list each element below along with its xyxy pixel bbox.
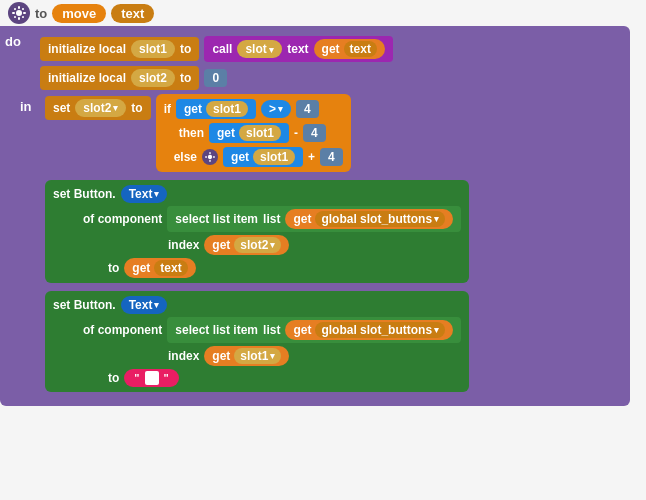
get-slot1-then[interactable]: get slot1 [209, 123, 289, 143]
select-list-2-block[interactable]: select list item list get global slot_bu… [167, 317, 461, 343]
set-button-1-block: set Button. Text ▾ of component select l… [45, 180, 469, 283]
slot1-else-pill[interactable]: slot1 [253, 149, 295, 165]
set-slot2-row: set slot2 ▾ to if get [45, 94, 469, 172]
svg-rect-13 [213, 156, 215, 157]
svg-rect-10 [209, 152, 210, 154]
svg-rect-11 [209, 160, 210, 162]
svg-point-0 [16, 10, 22, 16]
svg-rect-8 [22, 16, 25, 19]
text-dropdown-1[interactable]: Text ▾ [121, 185, 168, 203]
svg-rect-6 [22, 8, 25, 11]
else-gear-icon [202, 149, 218, 165]
slot2-pill-init[interactable]: slot2 [131, 69, 175, 87]
svg-rect-2 [18, 17, 20, 20]
minus-label: - [294, 126, 298, 140]
svg-rect-1 [18, 6, 20, 9]
to-2-row: to " " [108, 369, 461, 387]
do-label: do [5, 34, 21, 49]
get-slot1-pill-2[interactable]: get slot1 ▾ [204, 346, 289, 366]
slot1-pill-1[interactable]: slot1 [131, 40, 175, 58]
else-label: else [174, 150, 197, 164]
if-then-else-block: if get slot1 > ▾ [156, 94, 351, 172]
svg-rect-7 [14, 16, 17, 19]
init-slot2-row: initialize local slot2 to 0 [40, 66, 620, 90]
block-canvas: to move text do initialize local slot1 t… [0, 0, 646, 500]
else-row: else [174, 147, 343, 167]
set-button-1-row: set Button. Text ▾ [53, 185, 461, 203]
of-component-1-label: of component [83, 212, 162, 226]
slot2-index-pill[interactable]: slot2 ▾ [234, 237, 281, 253]
svg-rect-3 [12, 12, 15, 14]
string-value-pill[interactable]: " " [124, 369, 178, 387]
index-2-label: index [168, 349, 199, 363]
gt-operator[interactable]: > ▾ [261, 100, 291, 118]
to-1-row: to get text [108, 258, 461, 278]
plus-label: + [308, 150, 315, 164]
white-square-icon [145, 371, 159, 385]
value-4-then[interactable]: 4 [303, 124, 326, 142]
init-slot1-row: initialize local slot1 to call slot ▾ te… [40, 36, 620, 62]
get-global-2[interactable]: get global slot_buttons ▾ [285, 320, 453, 340]
get-text-pill[interactable]: get text [314, 39, 385, 59]
set-button-2-row: set Button. Text ▾ [53, 296, 461, 314]
in-content: set slot2 ▾ to if get [45, 94, 469, 392]
event-gear-icon [8, 2, 30, 24]
in-section: in set slot2 ▾ to if [20, 94, 620, 392]
init-local-2-block[interactable]: initialize local slot2 to [40, 66, 199, 90]
to-label: to [35, 6, 47, 21]
init-local-1-block[interactable]: initialize local slot1 to [40, 37, 199, 61]
zero-value[interactable]: 0 [204, 69, 227, 87]
svg-rect-12 [205, 156, 207, 157]
get-global-1[interactable]: get global slot_buttons ▾ [285, 209, 453, 229]
slot1-then-pill[interactable]: slot1 [239, 125, 281, 141]
of-component-2-row: of component select list item list get g… [83, 317, 461, 343]
select-list-1-block[interactable]: select list item list get global slot_bu… [167, 206, 461, 232]
value-4-else[interactable]: 4 [320, 148, 343, 166]
text-dropdown-2[interactable]: Text ▾ [121, 296, 168, 314]
svg-rect-5 [14, 8, 17, 11]
set-slot2-block[interactable]: set slot2 ▾ to [45, 96, 151, 120]
global-slot-buttons-2[interactable]: global slot_buttons ▾ [315, 322, 445, 338]
do-container: do initialize local slot1 to call slot ▾… [0, 26, 630, 406]
event-header: to move text [8, 2, 154, 24]
index-2-row: index get slot1 ▾ [168, 346, 461, 366]
get-text-to1[interactable]: get text [124, 258, 195, 278]
index-1-row: index get slot2 ▾ [168, 235, 461, 255]
then-row: then get slot1 - 4 [179, 123, 343, 143]
to-1-label: to [108, 261, 119, 275]
index-1-label: index [168, 238, 199, 252]
in-label: in [20, 99, 40, 114]
slot2-dropdown[interactable]: slot2 ▾ [75, 99, 126, 117]
call-block[interactable]: call slot ▾ text get text [204, 36, 393, 62]
slot1-index-pill[interactable]: slot1 ▾ [234, 348, 281, 364]
value-4-if[interactable]: 4 [296, 100, 319, 118]
svg-rect-4 [23, 12, 26, 14]
svg-point-9 [208, 155, 212, 159]
set-button-2-label: set Button. [53, 298, 116, 312]
get-slot1-if[interactable]: get slot1 [176, 99, 256, 119]
to-2-label: to [108, 371, 119, 385]
of-component-2-label: of component [83, 323, 162, 337]
text-pill-event[interactable]: text [111, 4, 154, 23]
slot-dropdown[interactable]: slot ▾ [237, 40, 282, 58]
global-slot-buttons-1[interactable]: global slot_buttons ▾ [315, 211, 445, 227]
get-slot2-pill[interactable]: get slot2 ▾ [204, 235, 289, 255]
then-label: then [179, 126, 204, 140]
text-value-pill[interactable]: text [344, 41, 377, 57]
get-slot1-else[interactable]: get slot1 [223, 147, 303, 167]
if-label: if [164, 102, 171, 116]
text-to1-pill[interactable]: text [154, 260, 187, 276]
of-component-1-row: of component select list item list get g… [83, 206, 461, 232]
set-button-2-block: set Button. Text ▾ of component select l… [45, 291, 469, 392]
set-button-1-label: set Button. [53, 187, 116, 201]
if-row: if get slot1 > ▾ [164, 99, 343, 119]
slot1-if-pill[interactable]: slot1 [206, 101, 248, 117]
move-pill[interactable]: move [52, 4, 106, 23]
